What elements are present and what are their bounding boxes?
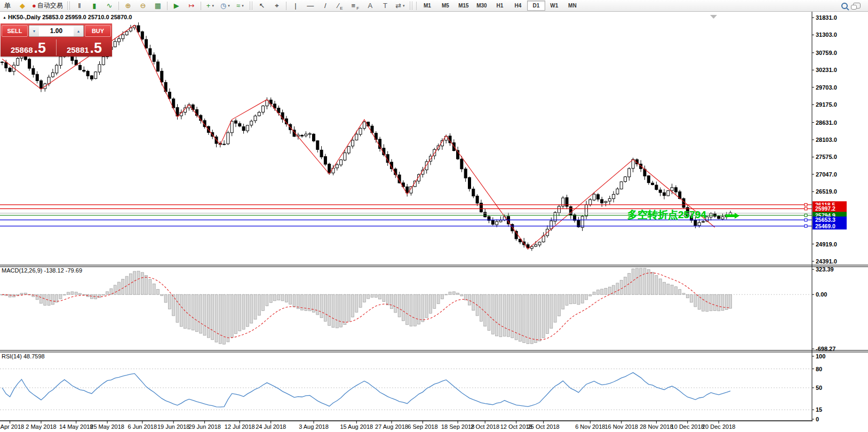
trendline-tool[interactable]: /: [318, 1, 333, 11]
channel-tool[interactable]: ∕E: [333, 1, 348, 11]
dropdown-arrow-icon[interactable]: ▾: [212, 4, 214, 8]
new-order-icon: 单: [4, 2, 11, 9]
timeframe-m30[interactable]: M30: [473, 1, 491, 11]
bar-chart-button[interactable]: ‖: [72, 1, 87, 11]
candle: [601, 199, 603, 203]
dropdown-arrow-icon[interactable]: ▾: [403, 4, 405, 8]
volume-decrease-button[interactable]: ▼: [29, 26, 39, 36]
candle: [628, 169, 631, 177]
candle: [620, 182, 623, 189]
toolbar-right: [841, 3, 868, 9]
annotation-arrow-icon: [726, 213, 739, 219]
candle: [320, 150, 323, 157]
line-handle[interactable]: [805, 225, 807, 227]
timeframe-m1[interactable]: M1: [418, 1, 436, 11]
dropdown-arrow-icon[interactable]: ▾: [242, 4, 244, 8]
price-tick-label: 29175.0: [816, 101, 837, 108]
candle: [538, 242, 541, 245]
new-order-button[interactable]: 单: [0, 1, 15, 11]
auto-trading-button[interactable]: ●自动交易: [30, 1, 65, 11]
candle: [503, 217, 506, 220]
chart-canvas[interactable]: 31831.031303.030759.030231.029703.029175…: [0, 0, 868, 432]
candle: [313, 134, 315, 141]
arrows-tool[interactable]: ⇄▾: [393, 1, 408, 11]
date-tick-label: 28 Nov 2018: [640, 423, 673, 430]
volume-input[interactable]: [39, 26, 74, 36]
chat-icon[interactable]: [853, 3, 861, 9]
line-chart-button[interactable]: ∿: [102, 1, 117, 11]
indicators-button[interactable]: ≈▾: [233, 1, 248, 11]
price-tick-label: 28103.0: [816, 137, 837, 143]
candle: [118, 38, 121, 42]
svg-text:25653.3: 25653.3: [815, 217, 835, 223]
vertical-line-icon: |: [294, 2, 296, 9]
auto-scroll-icon: ▶: [174, 2, 179, 9]
cursor-tool-button[interactable]: ↖: [254, 1, 269, 11]
tile-windows-button[interactable]: ▦: [150, 1, 165, 11]
svg-text:25997.2: 25997.2: [815, 205, 835, 212]
timeframe-m15[interactable]: M15: [455, 1, 473, 11]
timeframe-h1[interactable]: H1: [491, 1, 509, 11]
price-tick-label: 24919.0: [816, 241, 837, 247]
timeframe-bar: M1M5M15M30H1H4D1W1MN: [418, 1, 582, 11]
auto-trading-button-label: 自动交易: [37, 1, 63, 10]
toolbar-separator: [201, 2, 201, 10]
candle: [94, 72, 97, 79]
zoom-in-button[interactable]: ⊕: [121, 1, 136, 11]
volume-increase-button[interactable]: ▲: [74, 26, 83, 36]
candle: [612, 194, 615, 198]
toolbar-grip[interactable]: [67, 2, 70, 10]
candlestick-chart-button[interactable]: ▮: [87, 1, 102, 11]
timeframe-d1[interactable]: D1: [527, 1, 545, 11]
buy-price[interactable]: 25881 .5: [57, 41, 112, 57]
text-label-tool[interactable]: T: [378, 1, 393, 11]
buy-button[interactable]: BUY: [85, 25, 111, 37]
candle: [663, 193, 666, 196]
rsi-label: RSI(14) 48.7598: [2, 353, 45, 359]
line-handle[interactable]: [805, 207, 807, 210]
text-tool[interactable]: A: [363, 1, 378, 11]
auto-scroll-button[interactable]: ▶: [169, 1, 184, 11]
date-tick-label: 3 Aug 2018: [299, 423, 329, 430]
crosshair-tool-button[interactable]: ⌖: [269, 1, 284, 11]
candle: [5, 62, 7, 68]
candle: [499, 220, 502, 222]
gold-ingot-icon[interactable]: ◆: [15, 1, 30, 11]
vertical-line-tool[interactable]: |: [288, 1, 303, 11]
tile-windows-icon: ▦: [155, 2, 161, 9]
candle: [223, 144, 226, 145]
fibonacci-tool[interactable]: ≡F: [348, 1, 363, 11]
candle: [316, 141, 319, 150]
chart-shift-button[interactable]: ↦: [184, 1, 199, 11]
date-tick-label: 25 May 2018: [90, 423, 124, 430]
new-chart-button[interactable]: +▾: [203, 1, 218, 11]
candle: [125, 31, 128, 35]
candle: [698, 222, 700, 226]
line-handle[interactable]: [805, 219, 807, 221]
candle: [145, 39, 148, 48]
timeframe-w1[interactable]: W1: [545, 1, 563, 11]
toolbar-grip[interactable]: [410, 2, 412, 10]
horizontal-line-tool[interactable]: —: [303, 1, 318, 11]
candle: [83, 70, 85, 71]
rsi-tick-label: 0: [816, 416, 819, 422]
candle: [149, 49, 152, 55]
candle: [102, 57, 105, 65]
date-tick-label: 29 Jun 2018: [188, 423, 221, 430]
sell-price[interactable]: 25868 .5: [1, 41, 56, 57]
zoom-out-button[interactable]: ⊖: [136, 1, 150, 11]
toolbar-grip[interactable]: [250, 2, 252, 10]
period-clock-button[interactable]: ◷▾: [218, 1, 233, 11]
timeframe-h4[interactable]: H4: [509, 1, 527, 11]
candle: [632, 159, 634, 169]
sell-button[interactable]: SELL: [2, 25, 28, 37]
dropdown-arrow-icon[interactable]: ▾: [228, 4, 230, 8]
candle: [569, 206, 572, 215]
search-icon[interactable]: [841, 3, 848, 9]
timeframe-m5[interactable]: M5: [436, 1, 455, 11]
candle: [718, 217, 720, 219]
line-handle[interactable]: [805, 214, 807, 217]
line-handle[interactable]: [805, 203, 807, 206]
timeframe-mn[interactable]: MN: [563, 1, 582, 11]
buy-price-dec: .5: [90, 41, 102, 55]
